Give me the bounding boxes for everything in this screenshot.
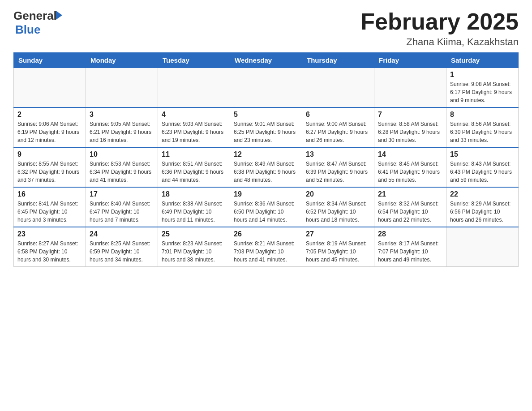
calendar-day-cell: 16Sunrise: 8:41 AM Sunset: 6:45 PM Dayli… — [14, 187, 86, 227]
calendar-day-cell: 21Sunrise: 8:32 AM Sunset: 6:54 PM Dayli… — [374, 187, 446, 227]
calendar-day-cell: 27Sunrise: 8:19 AM Sunset: 7:05 PM Dayli… — [302, 227, 374, 267]
calendar-day-cell: 4Sunrise: 9:03 AM Sunset: 6:23 PM Daylig… — [158, 107, 230, 147]
day-number: 3 — [90, 111, 154, 119]
calendar-day-cell: 25Sunrise: 8:23 AM Sunset: 7:01 PM Dayli… — [158, 227, 230, 267]
day-number: 11 — [162, 150, 226, 158]
logo-arrow-icon — [56, 11, 62, 20]
calendar-day-cell — [230, 68, 302, 108]
day-info: Sunrise: 8:45 AM Sunset: 6:41 PM Dayligh… — [378, 160, 442, 184]
calendar-day-cell: 7Sunrise: 8:58 AM Sunset: 6:28 PM Daylig… — [374, 107, 446, 147]
calendar-day-cell: 10Sunrise: 8:53 AM Sunset: 6:34 PM Dayli… — [86, 147, 158, 187]
calendar-week-row: 23Sunrise: 8:27 AM Sunset: 6:58 PM Dayli… — [14, 227, 519, 267]
column-header-tuesday: Tuesday — [158, 53, 230, 68]
calendar-week-row: 16Sunrise: 8:41 AM Sunset: 6:45 PM Dayli… — [14, 187, 519, 227]
day-info: Sunrise: 9:05 AM Sunset: 6:21 PM Dayligh… — [90, 120, 154, 144]
day-number: 26 — [234, 230, 298, 238]
month-title: February 2025 — [360, 9, 519, 34]
day-info: Sunrise: 8:32 AM Sunset: 6:54 PM Dayligh… — [378, 200, 442, 224]
day-number: 8 — [450, 111, 515, 119]
day-info: Sunrise: 8:47 AM Sunset: 6:39 PM Dayligh… — [306, 160, 370, 184]
day-number: 19 — [234, 190, 298, 198]
column-header-saturday: Saturday — [446, 53, 519, 68]
calendar-day-cell — [14, 68, 86, 108]
calendar-table: SundayMondayTuesdayWednesdayThursdayFrid… — [13, 52, 519, 267]
logo: General Blue — [13, 9, 62, 37]
calendar-day-cell — [158, 68, 230, 108]
calendar-day-cell: 22Sunrise: 8:29 AM Sunset: 6:56 PM Dayli… — [446, 187, 519, 227]
day-number: 6 — [306, 111, 370, 119]
day-info: Sunrise: 8:53 AM Sunset: 6:34 PM Dayligh… — [90, 160, 154, 184]
column-header-sunday: Sunday — [14, 53, 86, 68]
day-number: 1 — [450, 71, 515, 79]
day-info: Sunrise: 8:23 AM Sunset: 7:01 PM Dayligh… — [162, 240, 226, 264]
day-number: 21 — [378, 190, 442, 198]
day-info: Sunrise: 8:55 AM Sunset: 6:32 PM Dayligh… — [17, 160, 82, 184]
calendar-day-cell: 20Sunrise: 8:34 AM Sunset: 6:52 PM Dayli… — [302, 187, 374, 227]
day-info: Sunrise: 8:25 AM Sunset: 6:59 PM Dayligh… — [90, 240, 154, 264]
day-info: Sunrise: 8:29 AM Sunset: 6:56 PM Dayligh… — [450, 200, 515, 224]
day-number: 10 — [90, 150, 154, 158]
day-number: 25 — [162, 230, 226, 238]
day-number: 15 — [450, 150, 515, 158]
day-number: 22 — [450, 190, 515, 198]
day-number: 9 — [17, 150, 82, 158]
calendar-day-cell: 17Sunrise: 8:40 AM Sunset: 6:47 PM Dayli… — [86, 187, 158, 227]
day-info: Sunrise: 8:27 AM Sunset: 6:58 PM Dayligh… — [17, 240, 82, 264]
column-header-wednesday: Wednesday — [230, 53, 302, 68]
day-number: 16 — [17, 190, 82, 198]
day-info: Sunrise: 8:38 AM Sunset: 6:49 PM Dayligh… — [162, 200, 226, 224]
column-header-thursday: Thursday — [302, 53, 374, 68]
day-number: 28 — [378, 230, 442, 238]
column-header-monday: Monday — [86, 53, 158, 68]
calendar-day-cell: 15Sunrise: 8:43 AM Sunset: 6:43 PM Dayli… — [446, 147, 519, 187]
calendar-day-cell: 1Sunrise: 9:08 AM Sunset: 6:17 PM Daylig… — [446, 68, 519, 108]
calendar-day-cell — [302, 68, 374, 108]
calendar-day-cell: 3Sunrise: 9:05 AM Sunset: 6:21 PM Daylig… — [86, 107, 158, 147]
title-block: February 2025 Zhana Kiima, Kazakhstan — [360, 9, 519, 48]
calendar-day-cell: 13Sunrise: 8:47 AM Sunset: 6:39 PM Dayli… — [302, 147, 374, 187]
calendar-day-cell — [374, 68, 446, 108]
day-number: 5 — [234, 111, 298, 119]
calendar-day-cell: 14Sunrise: 8:45 AM Sunset: 6:41 PM Dayli… — [374, 147, 446, 187]
day-number: 4 — [162, 111, 226, 119]
calendar-day-cell — [446, 227, 519, 267]
calendar-day-cell: 5Sunrise: 9:01 AM Sunset: 6:25 PM Daylig… — [230, 107, 302, 147]
calendar-day-cell: 19Sunrise: 8:36 AM Sunset: 6:50 PM Dayli… — [230, 187, 302, 227]
day-info: Sunrise: 8:40 AM Sunset: 6:47 PM Dayligh… — [90, 200, 154, 224]
column-header-friday: Friday — [374, 53, 446, 68]
calendar-day-cell: 28Sunrise: 8:17 AM Sunset: 7:07 PM Dayli… — [374, 227, 446, 267]
day-info: Sunrise: 8:21 AM Sunset: 7:03 PM Dayligh… — [234, 240, 298, 264]
day-number: 13 — [306, 150, 370, 158]
day-number: 17 — [90, 190, 154, 198]
day-number: 20 — [306, 190, 370, 198]
calendar-day-cell: 2Sunrise: 9:06 AM Sunset: 6:19 PM Daylig… — [14, 107, 86, 147]
day-number: 14 — [378, 150, 442, 158]
day-number: 7 — [378, 111, 442, 119]
day-number: 27 — [306, 230, 370, 238]
day-number: 12 — [234, 150, 298, 158]
day-number: 23 — [17, 230, 82, 238]
calendar-day-cell: 26Sunrise: 8:21 AM Sunset: 7:03 PM Dayli… — [230, 227, 302, 267]
calendar-day-cell: 24Sunrise: 8:25 AM Sunset: 6:59 PM Dayli… — [86, 227, 158, 267]
calendar-week-row: 1Sunrise: 9:08 AM Sunset: 6:17 PM Daylig… — [14, 68, 519, 108]
calendar-header-row: SundayMondayTuesdayWednesdayThursdayFrid… — [14, 53, 519, 68]
calendar-week-row: 9Sunrise: 8:55 AM Sunset: 6:32 PM Daylig… — [14, 147, 519, 187]
calendar-week-row: 2Sunrise: 9:06 AM Sunset: 6:19 PM Daylig… — [14, 107, 519, 147]
calendar-day-cell: 18Sunrise: 8:38 AM Sunset: 6:49 PM Dayli… — [158, 187, 230, 227]
calendar-day-cell: 9Sunrise: 8:55 AM Sunset: 6:32 PM Daylig… — [14, 147, 86, 187]
day-info: Sunrise: 8:51 AM Sunset: 6:36 PM Dayligh… — [162, 160, 226, 184]
day-info: Sunrise: 8:19 AM Sunset: 7:05 PM Dayligh… — [306, 240, 370, 264]
day-info: Sunrise: 9:06 AM Sunset: 6:19 PM Dayligh… — [17, 120, 82, 144]
location-subtitle: Zhana Kiima, Kazakhstan — [360, 36, 519, 48]
day-info: Sunrise: 9:08 AM Sunset: 6:17 PM Dayligh… — [450, 80, 515, 104]
calendar-day-cell: 11Sunrise: 8:51 AM Sunset: 6:36 PM Dayli… — [158, 147, 230, 187]
day-info: Sunrise: 8:56 AM Sunset: 6:30 PM Dayligh… — [450, 120, 515, 144]
day-info: Sunrise: 8:41 AM Sunset: 6:45 PM Dayligh… — [17, 200, 82, 224]
day-info: Sunrise: 9:03 AM Sunset: 6:23 PM Dayligh… — [162, 120, 226, 144]
calendar-day-cell — [86, 68, 158, 108]
day-info: Sunrise: 8:43 AM Sunset: 6:43 PM Dayligh… — [450, 160, 515, 184]
day-info: Sunrise: 8:36 AM Sunset: 6:50 PM Dayligh… — [234, 200, 298, 224]
calendar-day-cell: 23Sunrise: 8:27 AM Sunset: 6:58 PM Dayli… — [14, 227, 86, 267]
day-info: Sunrise: 8:49 AM Sunset: 6:38 PM Dayligh… — [234, 160, 298, 184]
day-info: Sunrise: 9:01 AM Sunset: 6:25 PM Dayligh… — [234, 120, 298, 144]
